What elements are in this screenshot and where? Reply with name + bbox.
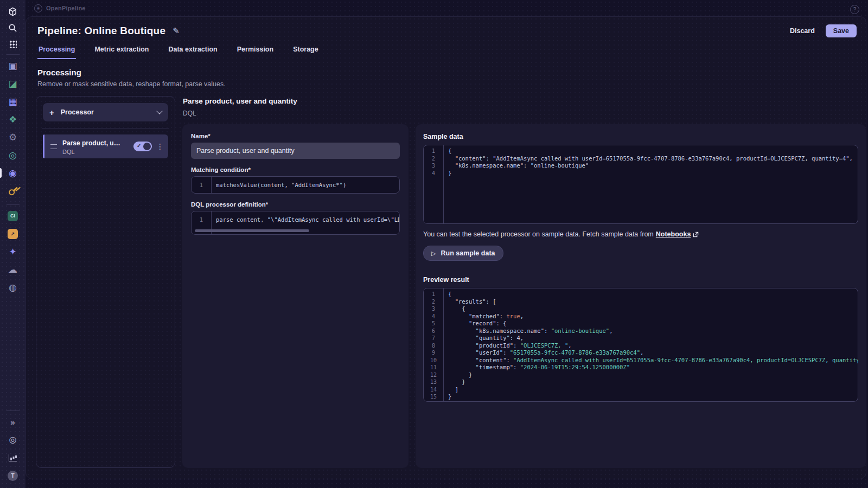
- code-line: "k8s.namespace.name": "online-boutique",: [448, 328, 858, 335]
- processor-detail-title: Parse product, user and quantity: [183, 97, 297, 105]
- wheel-icon[interactable]: ◍: [0, 280, 25, 294]
- page-title: Pipeline: Online Boutique: [37, 25, 165, 37]
- dql-definition-label: DQL processor definition*: [191, 201, 400, 208]
- help-icon[interactable]: ?: [850, 5, 859, 14]
- bar-chart-icon[interactable]: [0, 451, 25, 465]
- name-input[interactable]: [191, 143, 400, 159]
- drag-handle-icon[interactable]: [50, 144, 57, 149]
- user-avatar[interactable]: T: [0, 468, 25, 483]
- notebooks-link[interactable]: Notebooks: [656, 230, 691, 238]
- chevron-down-icon: [156, 108, 162, 114]
- code-line: ]: [448, 386, 858, 394]
- code-line: "record": {: [448, 320, 858, 328]
- code-line: }: [448, 371, 858, 379]
- processor-list-panel: + Processor Parse product, u… DQL ✓ ⋮: [36, 96, 175, 468]
- horizontal-scrollbar[interactable]: [195, 229, 309, 232]
- sample-hint: You can test the selected processor on s…: [423, 230, 858, 238]
- code-line: {: [448, 291, 858, 298]
- code-line: matchesValue(content, "AddItemAsync*"): [216, 182, 399, 189]
- tab-metric-extraction[interactable]: Metric extraction: [93, 46, 150, 59]
- preview-result-title: Preview result: [423, 276, 858, 284]
- code-line: "productId": "OLJCESPC7Z, ",: [448, 342, 858, 350]
- preview-result-editor[interactable]: 123456789101112131415{ "results": [ { "m…: [423, 288, 858, 402]
- cloud-icon[interactable]: ☁: [0, 262, 25, 277]
- app-rail: ▣◪▦❖⚙◎◉ CI↗✦☁◍ » ◎ T: [0, 0, 25, 488]
- dynatrace-logo-icon[interactable]: [8, 7, 18, 17]
- code-line: "k8s.namespace.name": "online-boutique": [448, 162, 858, 170]
- section-title: Processing: [37, 68, 866, 77]
- code-lines: { "results": [ { "matched": true, "recor…: [444, 288, 858, 401]
- pipeline-icon[interactable]: ◉: [0, 166, 25, 180]
- processor-list-item[interactable]: Parse product, u… DQL ✓ ⋮: [43, 134, 168, 158]
- code-lines: matchesValue(content, "AddItemAsync*"): [212, 177, 399, 193]
- code-line: }: [448, 378, 858, 386]
- code-line: "quantity": 4,: [448, 335, 858, 342]
- lifebuoy-icon[interactable]: ◎: [0, 433, 25, 447]
- image-icon[interactable]: ◪: [0, 76, 25, 91]
- clips-icon[interactable]: ❖: [0, 112, 25, 126]
- cube-stack-icon[interactable]: ▣: [0, 59, 25, 73]
- expand-rail-icon[interactable]: »: [0, 415, 25, 429]
- tab-data-extraction[interactable]: Data extraction: [167, 46, 218, 59]
- matching-condition-label: Matching condition*: [191, 166, 400, 173]
- rail-apps-primary: ▣◪▦❖⚙◎◉: [0, 55, 25, 198]
- gear-icon[interactable]: ⚙: [0, 130, 25, 144]
- pipeline-editor-card: Pipeline: Online Boutique ✎ Discard Save…: [25, 16, 866, 479]
- code-line: }: [448, 170, 858, 177]
- matching-condition-editor[interactable]: 1matchesValue(content, "AddItemAsync*"): [191, 176, 400, 194]
- ci-tile-icon[interactable]: CI: [0, 209, 25, 223]
- processor-form-panel: Name* Matching condition* 1matchesValue(…: [182, 124, 409, 468]
- discard-button[interactable]: Discard: [784, 24, 820, 38]
- search-icon[interactable]: [8, 23, 17, 33]
- key-icon[interactable]: [0, 184, 25, 198]
- rail-divider: [7, 410, 20, 411]
- rail-apps-secondary: CI↗✦☁◍: [0, 205, 25, 294]
- code-line: {: [448, 305, 858, 313]
- code-line: "content": "AddItemAsync called with use…: [448, 155, 858, 163]
- code-line: "userId": "6517055a-9fcc-4707-8786-e33a7…: [448, 349, 858, 357]
- sample-data-editor[interactable]: 1234{ "content": "AddItemAsync called wi…: [423, 145, 858, 224]
- sample-panel: Sample data 1234{ "content": "AddItemAsy…: [416, 124, 866, 468]
- processor-enabled-toggle[interactable]: ✓: [133, 142, 152, 151]
- processor-detail-type: DQL: [183, 110, 297, 117]
- line-number-gutter: 1234: [424, 145, 444, 223]
- line-number-gutter: 123456789101112131415: [424, 288, 444, 401]
- code-line: parse content, "\"AddItemAsync called wi…: [216, 216, 399, 224]
- apps-grid-icon[interactable]: [9, 40, 17, 48]
- chart-tile-icon[interactable]: ↗: [0, 227, 25, 241]
- tab-processing[interactable]: Processing: [37, 46, 76, 59]
- code-line: {: [448, 147, 858, 155]
- code-line: }: [448, 393, 858, 401]
- play-icon: ▷: [431, 250, 436, 257]
- name-label: Name*: [191, 133, 400, 139]
- section-subtitle: Remove or mask sensitive data, reshape f…: [37, 80, 866, 88]
- add-processor-button[interactable]: + Processor: [43, 103, 168, 121]
- megaphone-icon[interactable]: ✦: [0, 245, 25, 259]
- check-icon: ✓: [137, 143, 141, 149]
- top-bar: ◉ OpenPipeline: [25, 0, 868, 16]
- edit-title-icon[interactable]: ✎: [173, 26, 180, 36]
- code-line: "matched": true,: [448, 313, 858, 320]
- tab-permission[interactable]: Permission: [236, 46, 275, 59]
- plus-icon: +: [49, 108, 54, 117]
- save-button[interactable]: Save: [826, 24, 857, 37]
- tab-storage[interactable]: Storage: [292, 46, 320, 59]
- divider: [42, 128, 169, 129]
- processor-item-type: DQL: [62, 149, 133, 155]
- dql-definition-editor[interactable]: 1parse content, "\"AddItemAsync called w…: [191, 211, 400, 235]
- code-lines: { "content": "AddItemAsync called with u…: [444, 145, 858, 223]
- processor-item-title: Parse product, u…: [62, 139, 120, 147]
- code-line: "content": "AddItemAsync called with use…: [448, 357, 858, 364]
- code-line: "timestamp": "2024-06-19T15:29:54.125000…: [448, 364, 858, 371]
- openpipeline-app-icon: ◉: [34, 4, 42, 12]
- code-line: "results": [: [448, 298, 858, 306]
- external-link-icon: [693, 232, 699, 237]
- run-sample-data-button[interactable]: ▷ Run sample data: [423, 246, 503, 261]
- line-number-gutter: 1: [192, 177, 212, 193]
- sample-data-title: Sample data: [423, 133, 858, 140]
- topbar-app-name: OpenPipeline: [46, 5, 86, 11]
- tab-bar: ProcessingMetric extractionData extracti…: [37, 46, 866, 59]
- gauge-icon[interactable]: ◎: [0, 148, 25, 162]
- kebab-menu-icon[interactable]: ⋮: [156, 142, 164, 151]
- grid-tile-icon[interactable]: ▦: [0, 94, 25, 108]
